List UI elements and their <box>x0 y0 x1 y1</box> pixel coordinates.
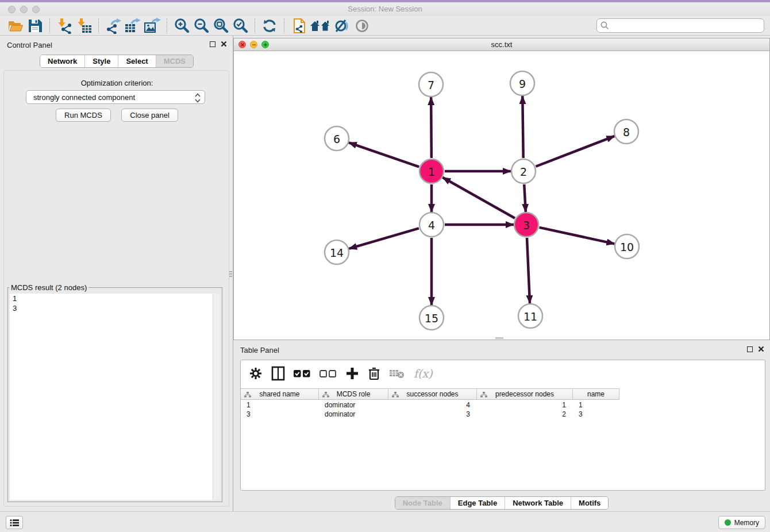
tab-select[interactable]: Select <box>118 55 155 67</box>
table-cell[interactable]: 2 <box>477 410 573 419</box>
node-4[interactable]: 4 <box>419 213 444 237</box>
tab-network[interactable]: Network <box>40 55 84 67</box>
open-session-icon[interactable] <box>6 17 25 34</box>
zoom-out-icon[interactable] <box>191 17 211 34</box>
table-cell[interactable]: 3 <box>573 410 619 419</box>
run-mcds-button[interactable]: Run MCDS <box>56 109 111 122</box>
edge-3-10[interactable] <box>539 228 614 244</box>
export-image-icon[interactable] <box>143 17 162 34</box>
network-window: scc.txt 1234678910111415 <box>233 38 770 340</box>
table-cell[interactable]: dominator <box>319 410 388 419</box>
column-header-successor-nodes[interactable]: successor nodes <box>388 389 477 399</box>
toolbar-separator <box>98 18 99 33</box>
houses-icon[interactable] <box>309 17 333 34</box>
table-cell[interactable]: dominator <box>319 400 388 410</box>
table-row[interactable]: 3dominator323 <box>241 410 765 419</box>
tab-node-table[interactable]: Node Table <box>395 497 450 509</box>
close-panel-icon[interactable] <box>758 346 764 352</box>
save-session-icon[interactable] <box>25 17 45 34</box>
memory-button[interactable]: Memory <box>718 516 765 529</box>
split-view-icon[interactable] <box>271 366 285 381</box>
edge-1-7[interactable] <box>431 97 432 158</box>
delete-column-icon[interactable] <box>368 366 380 381</box>
column-header-shared-name[interactable]: shared name <box>241 389 319 399</box>
mcds-result-item[interactable]: 3 <box>10 303 220 313</box>
node-3[interactable]: 3 <box>514 213 538 237</box>
close-panel-icon[interactable] <box>221 41 227 47</box>
node-8[interactable]: 8 <box>614 119 638 144</box>
deselect-all-icon[interactable] <box>319 369 337 378</box>
result-scrollbar[interactable] <box>213 294 220 500</box>
network-canvas[interactable]: 1234678910111415 <box>234 51 769 340</box>
table-row[interactable]: 1dominator411 <box>241 400 765 410</box>
column-header-name[interactable]: name <box>573 389 619 399</box>
tab-motifs[interactable]: Motifs <box>571 497 608 509</box>
edge-2-3[interactable] <box>524 184 526 212</box>
birds-eye-view-icon[interactable] <box>352 17 372 34</box>
export-table-icon[interactable] <box>123 17 143 34</box>
delete-table-icon[interactable] <box>389 368 405 379</box>
hide-graphics-details-icon[interactable] <box>333 17 352 34</box>
node-10[interactable]: 10 <box>615 234 639 259</box>
import-table-icon[interactable] <box>74 17 94 34</box>
memory-label: Memory <box>734 519 759 527</box>
table-cell[interactable]: 1 <box>241 400 319 410</box>
edge-2-8[interactable] <box>536 136 614 167</box>
refresh-icon[interactable] <box>260 17 279 34</box>
clone-network-icon[interactable] <box>289 17 309 34</box>
node-9[interactable]: 9 <box>510 71 534 95</box>
criterion-select[interactable]: strongly connected component <box>26 90 205 104</box>
import-network-icon[interactable] <box>55 17 74 34</box>
node-6[interactable]: 6 <box>325 126 349 151</box>
table-cell[interactable]: 3 <box>241 410 319 419</box>
export-network-icon[interactable] <box>103 17 123 34</box>
node-1[interactable]: 1 <box>419 159 444 183</box>
panel-splitter-handle[interactable] <box>229 265 232 283</box>
criterion-value: strongly connected component <box>33 93 135 102</box>
node-2[interactable]: 2 <box>511 159 536 183</box>
node-15[interactable]: 15 <box>419 306 444 330</box>
table-cell[interactable]: 1 <box>477 400 573 410</box>
mcds-result-item[interactable]: 1 <box>10 294 220 303</box>
edge-4-14[interactable] <box>349 228 419 248</box>
optimization-criterion-label: Optimization criterion: <box>4 79 230 87</box>
mcds-result-list[interactable]: 13 <box>10 294 220 500</box>
table-cell[interactable]: 1 <box>573 400 619 410</box>
tab-mcds[interactable]: MCDS <box>156 55 193 67</box>
column-header-predecessor-nodes[interactable]: predecessor nodes <box>477 389 573 399</box>
attribute-tree-icon <box>244 392 251 398</box>
edge-2-9[interactable] <box>522 96 523 158</box>
search-input[interactable] <box>596 18 764 33</box>
edge-1-6[interactable] <box>349 142 419 167</box>
tab-edge-table[interactable]: Edge Table <box>450 497 505 509</box>
node-14[interactable]: 14 <box>325 240 349 264</box>
network-resize-handle[interactable] <box>495 337 503 339</box>
node-label: 7 <box>428 79 434 91</box>
select-all-icon[interactable] <box>294 369 311 378</box>
node-label: 8 <box>623 126 630 138</box>
add-column-icon[interactable] <box>345 367 359 380</box>
status-bar: Memory <box>0 511 770 532</box>
function-builder-icon[interactable]: f(x) <box>414 367 433 380</box>
table-cell[interactable]: 4 <box>388 400 477 410</box>
edge-3-11[interactable] <box>527 238 530 303</box>
network-window-titlebar[interactable]: scc.txt <box>234 38 769 51</box>
close-panel-button[interactable]: Close panel <box>121 109 178 122</box>
zoom-in-icon[interactable] <box>172 17 191 34</box>
tab-style[interactable]: Style <box>84 55 118 67</box>
node-7[interactable]: 7 <box>419 72 443 97</box>
table-cell[interactable]: 3 <box>388 410 477 419</box>
task-list-button[interactable] <box>6 516 23 529</box>
float-panel-icon[interactable] <box>210 41 215 47</box>
node-label: 3 <box>523 219 530 232</box>
edge-3-1[interactable] <box>442 178 515 218</box>
column-header-label: name <box>587 390 605 398</box>
zoom-fit-icon[interactable] <box>211 17 230 34</box>
settings-icon[interactable] <box>249 367 263 380</box>
column-header-mcds-role[interactable]: MCDS role <box>319 389 388 399</box>
node-11[interactable]: 11 <box>518 304 542 328</box>
float-panel-icon[interactable] <box>747 346 753 352</box>
table-panel-title: Table Panel <box>240 346 279 354</box>
tab-network-table[interactable]: Network Table <box>505 497 571 509</box>
zoom-selected-icon[interactable] <box>230 17 250 34</box>
